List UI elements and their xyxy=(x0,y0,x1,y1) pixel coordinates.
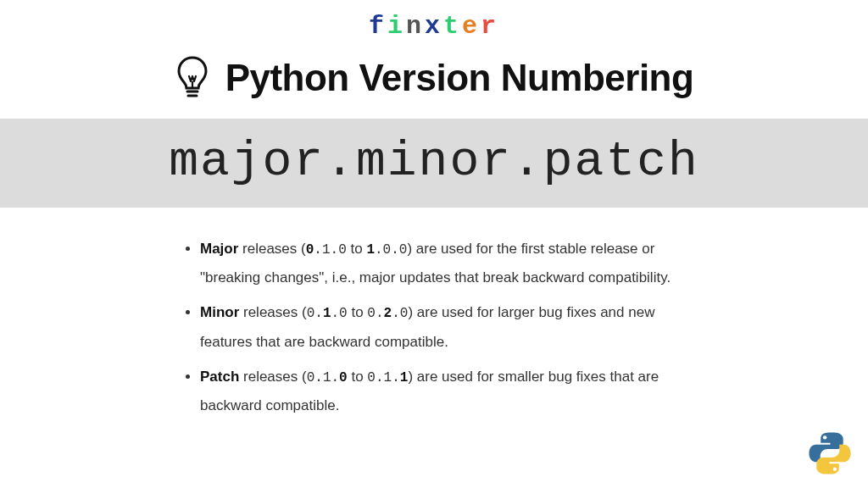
svg-point-4 xyxy=(833,467,837,470)
release-type-label: Minor xyxy=(200,304,239,320)
list-item: Patch releases (0.1.0 to 0.1.1) are used… xyxy=(200,363,688,419)
version-format-text: major.minor.patch xyxy=(169,134,699,189)
title-row: Python Version Numbering xyxy=(0,56,868,100)
brand-letter: i xyxy=(387,12,406,41)
brand-letter: t xyxy=(443,12,462,41)
page-title: Python Version Numbering xyxy=(225,57,694,99)
brand-letter: e xyxy=(462,12,481,41)
svg-point-3 xyxy=(823,435,826,439)
list-item: Minor releases (0.1.0 to 0.2.0) are used… xyxy=(200,298,688,355)
python-logo-icon xyxy=(807,430,853,476)
brand-letter: x xyxy=(425,12,443,41)
lightbulb-icon xyxy=(175,56,210,100)
description-list: Major releases (0.1.0 to 1.0.0) are used… xyxy=(163,235,705,419)
version-format-banner: major.minor.patch xyxy=(0,119,868,208)
release-type-label: Patch xyxy=(200,369,239,385)
list-item: Major releases (0.1.0 to 1.0.0) are used… xyxy=(200,235,688,291)
brand-letter: n xyxy=(406,12,425,41)
brand-letter: f xyxy=(369,12,387,41)
brand-letter: r xyxy=(481,12,499,41)
brand-logo: finxter xyxy=(0,0,868,41)
release-type-label: Major xyxy=(200,241,238,257)
